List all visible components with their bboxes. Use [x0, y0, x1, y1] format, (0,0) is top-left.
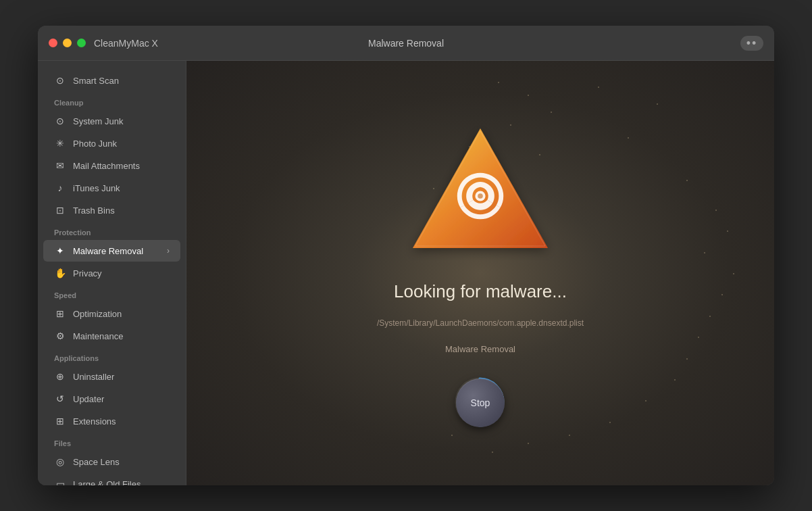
particle-17	[674, 379, 676, 381]
particle-23	[451, 435, 453, 436]
sidebar-item-maintenance[interactable]: ⚙Maintenance	[43, 325, 180, 347]
stop-button[interactable]: Stop	[456, 379, 505, 427]
particle-9	[715, 210, 717, 211]
section-label-speed: Speed	[38, 285, 186, 302]
trash-bins-label: Trash Bins	[73, 205, 115, 216]
particle-16	[686, 358, 688, 360]
particle-21	[528, 443, 529, 444]
updater-label: Updater	[73, 394, 104, 404]
particle-13	[721, 294, 723, 295]
sidebar-item-mail-attachments[interactable]: ✉Mail Attachments	[43, 155, 180, 176]
sidebar-item-space-lens[interactable]: ◎Space Lens	[43, 451, 180, 472]
uninstaller-icon: ⊕	[54, 370, 66, 383]
itunes-junk-icon: ♪	[54, 182, 66, 194]
sidebar-item-system-junk[interactable]: ⊙System Junk	[43, 110, 180, 132]
photo-junk-icon: ✳	[54, 137, 66, 149]
particle-15	[698, 337, 699, 338]
sidebar-sections: Cleanup⊙System Junk✳Photo Junk✉Mail Atta…	[38, 92, 186, 485]
smart-scan-label: Smart Scan	[73, 76, 119, 86]
biohazard-container: Looking for malware... /System/Library/L…	[377, 116, 584, 430]
particle-8	[686, 180, 688, 181]
main-content: Looking for malware... /System/Library/L…	[186, 61, 774, 485]
smart-scan-icon: ⊙	[54, 74, 66, 87]
sidebar-item-privacy[interactable]: ✋Privacy	[43, 262, 180, 284]
particle-6	[657, 103, 658, 105]
minimize-button[interactable]	[63, 39, 72, 47]
particle-18	[645, 400, 646, 402]
titlebar: CleanMyMac X Malware Removal ••	[38, 26, 774, 61]
system-junk-icon: ⊙	[54, 115, 66, 127]
extensions-icon: ⊞	[54, 415, 66, 427]
malware-removal-icon: ✦	[54, 245, 66, 257]
particle-19	[609, 422, 611, 423]
trash-bins-icon: ⊡	[54, 204, 66, 216]
mail-attachments-label: Mail Attachments	[73, 161, 140, 171]
sidebar-item-trash-bins[interactable]: ⊡Trash Bins	[43, 199, 180, 221]
particle-4	[628, 137, 629, 139]
sidebar-item-uninstaller[interactable]: ⊕Uninstaller	[43, 366, 180, 387]
particle-0	[528, 95, 529, 96]
updater-icon: ↺	[54, 393, 66, 405]
space-lens-icon: ◎	[54, 456, 66, 468]
photo-junk-label: Photo Junk	[73, 139, 117, 149]
svg-marker-0	[413, 128, 548, 248]
optimization-label: Optimization	[73, 309, 122, 319]
sidebar-item-photo-junk[interactable]: ✳Photo Junk	[43, 132, 180, 154]
app-title: CleanMyMac X	[94, 38, 158, 49]
uninstaller-label: Uninstaller	[73, 372, 114, 382]
sidebar: ⊙ Smart Scan Cleanup⊙System Junk✳Photo J…	[38, 61, 186, 485]
stop-button-container: Stop	[453, 376, 507, 430]
section-label-cleanup: Cleanup	[38, 92, 186, 110]
particle-20	[569, 435, 570, 436]
biohazard-icon	[406, 116, 555, 265]
sidebar-item-large-old-files[interactable]: ▭Large & Old Files	[43, 473, 180, 485]
particle-24	[498, 82, 499, 83]
particle-10	[727, 230, 728, 232]
scan-status-text: Looking for malware...	[394, 281, 567, 302]
particle-12	[733, 273, 734, 274]
traffic-lights	[49, 39, 86, 47]
space-lens-label: Space Lens	[73, 457, 120, 467]
sidebar-item-smart-scan[interactable]: ⊙ Smart Scan	[43, 70, 180, 91]
malware-removal-label: Malware Removal	[73, 246, 143, 256]
sidebar-item-itunes-junk[interactable]: ♪iTunes Junk	[43, 177, 180, 199]
mail-attachments-icon: ✉	[54, 160, 66, 172]
scan-path-text: /System/Library/LaunchDaemons/com.apple.…	[377, 318, 584, 328]
particle-22	[492, 452, 493, 453]
large-old-files-label: Large & Old Files	[73, 479, 141, 486]
particle-1	[551, 112, 552, 113]
particle-14	[709, 316, 711, 317]
maintenance-icon: ⚙	[54, 330, 66, 342]
itunes-junk-label: iTunes Junk	[73, 183, 120, 193]
svg-point-3	[478, 193, 483, 199]
maximize-button[interactable]	[77, 39, 86, 47]
maintenance-label: Maintenance	[73, 331, 123, 341]
particle-2	[598, 87, 599, 88]
large-old-files-icon: ▭	[54, 478, 66, 485]
more-options-icon: ••	[746, 37, 758, 49]
scan-subtitle-text: Malware Removal	[445, 344, 515, 354]
sidebar-item-malware-removal[interactable]: ✦Malware Removal›	[43, 240, 180, 262]
sidebar-item-updater[interactable]: ↺Updater	[43, 388, 180, 410]
section-label-applications: Applications	[38, 347, 186, 365]
app-window: CleanMyMac X Malware Removal •• ⊙ Smart …	[38, 26, 774, 485]
privacy-icon: ✋	[54, 267, 66, 279]
close-button[interactable]	[49, 39, 57, 47]
sidebar-item-extensions[interactable]: ⊞Extensions	[43, 410, 180, 432]
more-options-button[interactable]: ••	[740, 36, 763, 51]
system-junk-label: System Junk	[73, 116, 123, 126]
content-area: ⊙ Smart Scan Cleanup⊙System Junk✳Photo J…	[38, 61, 774, 485]
optimization-icon: ⊞	[54, 308, 66, 320]
privacy-label: Privacy	[73, 268, 102, 278]
active-item-arrow: ›	[167, 246, 170, 256]
extensions-label: Extensions	[73, 416, 116, 427]
window-title: Malware Removal	[368, 38, 444, 49]
particle-11	[704, 252, 705, 253]
section-label-files: Files	[38, 433, 186, 450]
sidebar-item-optimization[interactable]: ⊞Optimization	[43, 303, 180, 324]
section-label-protection: Protection	[38, 222, 186, 239]
